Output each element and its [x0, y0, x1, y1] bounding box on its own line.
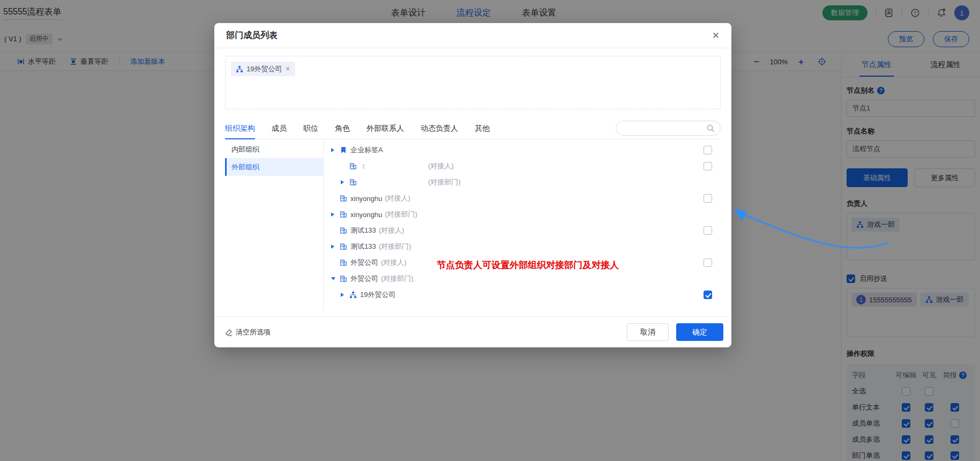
tree-checkbox[interactable]	[704, 291, 712, 299]
building-icon	[340, 227, 350, 234]
org-tree: 企业标签A：(对接人)(对接部门)xinyonghu(对接人)xinyonghu…	[324, 139, 721, 312]
expand-arrow-slot	[331, 244, 340, 249]
tree-row[interactable]: 19外贸公司	[331, 287, 721, 303]
tree-node-name: xinyonghu	[350, 211, 382, 219]
tree-node-name: 测试133	[350, 242, 376, 251]
tree-node-type: (对接部门)	[379, 242, 412, 251]
org-type-list: 内部组织外部组织	[225, 139, 324, 312]
tree-row[interactable]: xinyonghu(对接部门)	[331, 206, 721, 222]
tree-node-type: (对接人)	[381, 258, 407, 267]
expand-arrow-slot	[331, 148, 340, 152]
tree-row[interactable]: 企业标签A	[331, 142, 721, 158]
cancel-button[interactable]: 取消	[627, 323, 669, 341]
tree-row[interactable]: ：(对接人)	[331, 158, 721, 174]
tree-node-name: 企业标签A	[350, 145, 383, 155]
category-tab[interactable]: 动态负责人	[421, 118, 458, 139]
org-icon	[236, 65, 243, 73]
building-icon	[340, 243, 350, 250]
building-icon	[340, 195, 350, 202]
eraser-icon	[225, 329, 233, 336]
expand-icon[interactable]	[331, 148, 334, 152]
building-icon	[349, 179, 360, 186]
tree-node-type: (对接人)	[379, 226, 405, 235]
department-member-modal: 部门成员列表 ✕ 19外贸公司 ✕ 组织架构成员职位角色外部联系人动态负责人其他…	[214, 23, 731, 347]
tree-node-name: 外贸公司	[350, 258, 378, 267]
tree-node-type: (对接部门)	[381, 274, 414, 284]
tree-node-type: (对接人)	[385, 194, 410, 203]
org-icon	[349, 291, 360, 299]
building-icon	[349, 162, 360, 170]
category-tab[interactable]: 成员	[272, 118, 287, 139]
building-icon	[340, 275, 350, 282]
search-icon	[706, 124, 715, 132]
category-tab[interactable]: 外部联系人	[366, 118, 404, 139]
confirm-button[interactable]: 确定	[676, 323, 723, 341]
tree-node-type: (对接部门)	[385, 210, 417, 219]
expand-icon[interactable]	[341, 180, 344, 184]
modal-body: 19外贸公司 ✕ 组织架构成员职位角色外部联系人动态负责人其他 内部组织外部组织…	[214, 48, 731, 316]
tree-row[interactable]: 外贸公司(对接部门)	[331, 271, 721, 287]
tree-node-name: xinyonghu	[350, 195, 382, 203]
selected-members-area[interactable]: 19外贸公司 ✕	[225, 56, 721, 109]
app-root: 55555流程表单 表单设计流程设定表单设置 数据管理 ? 1 ( V1 ) 启…	[0, 0, 980, 461]
tree-checkbox[interactable]	[704, 162, 712, 170]
search-input[interactable]	[622, 124, 706, 132]
category-tabs: 组织架构成员职位角色外部联系人动态负责人其他	[225, 118, 506, 139]
category-tabs-row: 组织架构成员职位角色外部联系人动态负责人其他	[225, 118, 721, 139]
org-picker: 内部组织外部组织 企业标签A：(对接人)(对接部门)xinyonghu(对接人)…	[225, 139, 721, 312]
expand-arrow-slot	[341, 293, 349, 297]
category-tab[interactable]: 组织架构	[225, 118, 255, 139]
modal-title: 部门成员列表	[226, 30, 278, 41]
modal-footer: 清空所选项 取消 确定	[214, 316, 731, 347]
close-icon[interactable]: ✕	[712, 31, 720, 40]
org-type-item[interactable]: 内部组织	[225, 140, 323, 158]
selected-chip[interactable]: 19外贸公司 ✕	[231, 62, 295, 76]
expand-icon[interactable]	[331, 244, 334, 249]
tree-row[interactable]: 外贸公司(对接人)	[331, 255, 721, 271]
tree-checkbox[interactable]	[704, 194, 712, 203]
expand-arrow-slot	[341, 180, 349, 184]
modal-header: 部门成员列表 ✕	[214, 23, 731, 48]
category-tab[interactable]: 角色	[335, 118, 350, 139]
tree-row[interactable]: 测试133(对接部门)	[331, 239, 721, 255]
tree-checkbox[interactable]	[704, 146, 712, 154]
tree-row[interactable]: xinyonghu(对接人)	[331, 190, 721, 206]
expand-arrow-slot	[331, 212, 340, 217]
expand-icon[interactable]	[341, 293, 344, 297]
footer-buttons: 取消 确定	[627, 323, 723, 341]
tree-checkbox[interactable]	[704, 226, 712, 235]
tree-node-name: ：	[360, 161, 425, 171]
category-tab[interactable]: 其他	[475, 118, 490, 139]
building-icon	[340, 259, 350, 266]
building-icon	[340, 211, 350, 218]
tree-row[interactable]: 测试133(对接人)	[331, 222, 721, 239]
search-box[interactable]	[616, 121, 721, 136]
tree-checkbox[interactable]	[704, 258, 712, 267]
tag-icon	[340, 146, 350, 154]
org-type-item[interactable]: 外部组织	[225, 158, 323, 176]
category-tab[interactable]: 职位	[303, 118, 318, 139]
collapse-icon[interactable]	[331, 277, 335, 280]
expand-icon[interactable]	[331, 212, 334, 217]
tree-row[interactable]: (对接部门)	[331, 174, 721, 190]
selected-chip-label: 19外贸公司	[246, 64, 282, 74]
tree-node-name: 测试133	[350, 226, 376, 235]
tree-node-type: (对接部门)	[428, 177, 461, 187]
clear-selection-button[interactable]: 清空所选项	[225, 328, 271, 337]
tree-node-type: (对接人)	[428, 161, 454, 171]
expand-arrow-slot	[331, 277, 340, 280]
remove-icon[interactable]: ✕	[285, 65, 290, 72]
clear-selection-label: 清空所选项	[236, 328, 271, 337]
tree-node-name: 外贸公司	[350, 274, 378, 284]
tree-node-name: 19外贸公司	[360, 290, 395, 300]
